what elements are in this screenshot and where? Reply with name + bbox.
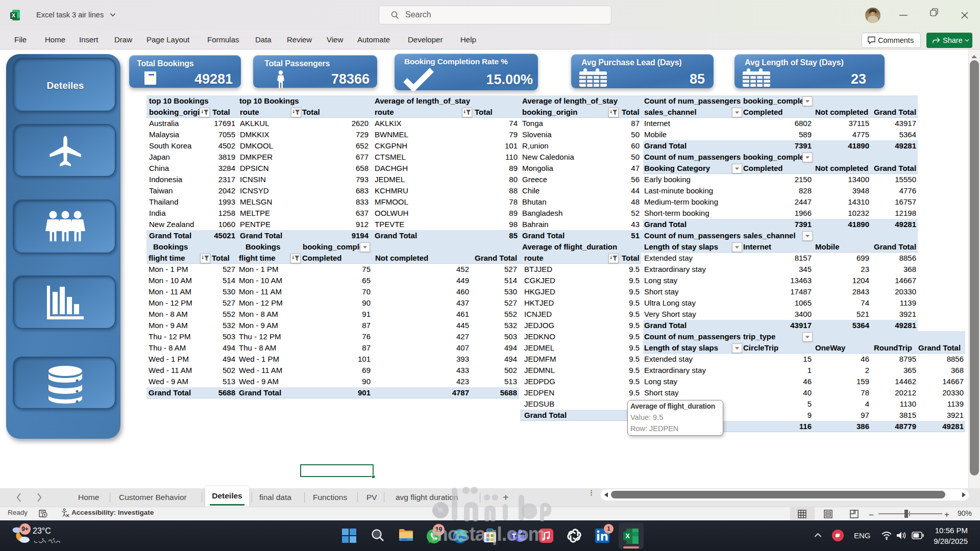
svg-text:X: X bbox=[625, 532, 630, 540]
